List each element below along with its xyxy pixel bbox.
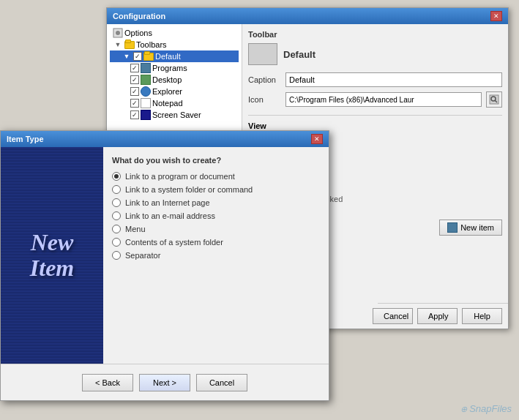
- radio-label-3: Link to an e-mail address: [125, 211, 215, 220]
- banner-text: NewItem: [30, 230, 74, 281]
- tree-options-label: Options: [124, 29, 152, 37]
- radio-row-3[interactable]: Link to an e-mail address: [112, 211, 320, 220]
- radio-row-4[interactable]: Menu: [112, 225, 320, 233]
- tree-explorer-label: Explorer: [152, 87, 182, 96]
- toolbar-name-label: Default: [283, 49, 315, 60]
- bottom-buttons: Cancel Apply Help: [378, 303, 508, 329]
- toolbar-section-label: Toolbar: [248, 30, 502, 39]
- radio-btn-6[interactable]: [112, 251, 121, 260]
- icon-path-input[interactable]: [285, 92, 482, 107]
- item-type-title: Item Type: [7, 135, 44, 143]
- new-item-label: New item: [460, 223, 494, 232]
- next-button[interactable]: Next >: [139, 374, 190, 391]
- explorer-app-icon: [141, 86, 151, 97]
- config-close-button[interactable]: ✕: [490, 11, 502, 21]
- watermark-text: SnapFiles: [469, 403, 512, 414]
- toolbar-preview: Default: [248, 43, 502, 65]
- tree-item-screensaver[interactable]: Screen Saver: [110, 109, 239, 121]
- tree-item-options[interactable]: Options: [110, 27, 239, 39]
- default-checkbox[interactable]: [133, 52, 142, 61]
- radio-row-0[interactable]: Link to a program or document: [112, 172, 320, 181]
- radio-btn-4[interactable]: [112, 225, 121, 233]
- radio-btn-0[interactable]: [112, 172, 121, 181]
- tree-programs-label: Programs: [152, 64, 187, 72]
- default-expand-icon: ▼: [122, 51, 132, 61]
- radio-row-5[interactable]: Contents of a system folder: [112, 238, 320, 247]
- screensaver-app-icon: [141, 110, 151, 120]
- desktop-checkbox[interactable]: [130, 75, 139, 84]
- tree-toolbars-label: Toolbars: [136, 40, 167, 49]
- question-text: What do you wish to create?: [112, 156, 320, 165]
- tree-default-label: Default: [155, 52, 181, 61]
- options-icon: [113, 28, 123, 38]
- radio-label-0: Link to a program or document: [125, 172, 235, 181]
- config-title: Configuration: [113, 12, 165, 20]
- radio-btn-3[interactable]: [112, 211, 121, 220]
- apply-button[interactable]: Apply: [417, 308, 458, 324]
- radio-row-1[interactable]: Link to a system folder or command: [112, 185, 320, 194]
- desktop-app-icon: [141, 75, 151, 85]
- svg-point-1: [116, 31, 120, 35]
- item-type-close-button[interactable]: ✕: [311, 134, 323, 144]
- item-type-body: NewItem What do you wish to create? Link…: [1, 147, 329, 364]
- tree-screensaver-label: Screen Saver: [152, 110, 201, 119]
- explorer-checkbox[interactable]: [130, 87, 139, 96]
- notepad-app-icon: [141, 98, 151, 108]
- item-type-footer: < Back Next > Cancel: [1, 364, 329, 400]
- radio-row-2[interactable]: Link to an Internet page: [112, 198, 320, 207]
- radio-group: Link to a program or document Link to a …: [112, 172, 320, 260]
- caption-label: Caption: [248, 75, 281, 84]
- tree-item-default[interactable]: ▼ Default: [110, 50, 239, 62]
- icon-row: Icon: [248, 91, 502, 108]
- item-type-dialog: Item Type ✕ NewItem What do you wish to …: [0, 130, 329, 401]
- icon-browse-button[interactable]: [486, 91, 502, 108]
- screensaver-checkbox[interactable]: [130, 110, 139, 119]
- cancel-button[interactable]: Cancel: [373, 308, 413, 324]
- icon-label: Icon: [248, 95, 281, 104]
- notepad-checkbox[interactable]: [130, 99, 139, 108]
- toolbars-expand-icon: ▼: [113, 40, 123, 50]
- radio-btn-5[interactable]: [112, 238, 121, 247]
- tree-item-notepad[interactable]: Notepad: [110, 97, 239, 109]
- back-button[interactable]: < Back: [82, 374, 133, 391]
- help-button[interactable]: Help: [462, 308, 502, 324]
- dialog-cancel-button[interactable]: Cancel: [196, 374, 247, 391]
- default-folder-icon: [143, 51, 154, 61]
- item-type-titlebar: Item Type ✕: [1, 131, 329, 147]
- item-right-content: What do you wish to create? Link to a pr…: [103, 147, 329, 364]
- radio-label-6: Separator: [125, 251, 160, 260]
- new-item-icon: [447, 222, 458, 233]
- tree-item-toolbars[interactable]: ▼ Toolbars: [110, 39, 239, 50]
- toolbar-preview-box: [248, 43, 277, 65]
- tree-item-explorer[interactable]: Explorer: [110, 86, 239, 97]
- tree-notepad-label: Notepad: [152, 99, 183, 108]
- radio-label-2: Link to an Internet page: [125, 198, 210, 207]
- radio-label-4: Menu: [125, 225, 146, 233]
- divider: [248, 115, 502, 116]
- view-section-label: View: [248, 121, 502, 130]
- caption-input[interactable]: [285, 72, 502, 87]
- caption-row: Caption: [248, 72, 502, 87]
- item-left-banner: NewItem: [1, 147, 103, 364]
- radio-row-6[interactable]: Separator: [112, 251, 320, 260]
- radio-label-1: Link to a system folder or command: [125, 185, 253, 194]
- radio-label-5: Contents of a system folder: [125, 238, 223, 247]
- tree-item-desktop[interactable]: Desktop: [110, 74, 239, 86]
- watermark-icon: ⊕: [460, 405, 467, 413]
- tree-desktop-label: Desktop: [152, 75, 182, 84]
- tree-item-programs[interactable]: Programs: [110, 62, 239, 74]
- toolbars-folder-icon: [124, 40, 135, 50]
- programs-app-icon: [141, 63, 151, 73]
- programs-checkbox[interactable]: [130, 64, 139, 72]
- radio-btn-1[interactable]: [112, 185, 121, 194]
- config-titlebar: Configuration ✕: [107, 8, 508, 24]
- radio-btn-2[interactable]: [112, 198, 121, 207]
- new-item-button[interactable]: New item: [439, 220, 502, 236]
- watermark: ⊕ SnapFiles: [460, 403, 512, 414]
